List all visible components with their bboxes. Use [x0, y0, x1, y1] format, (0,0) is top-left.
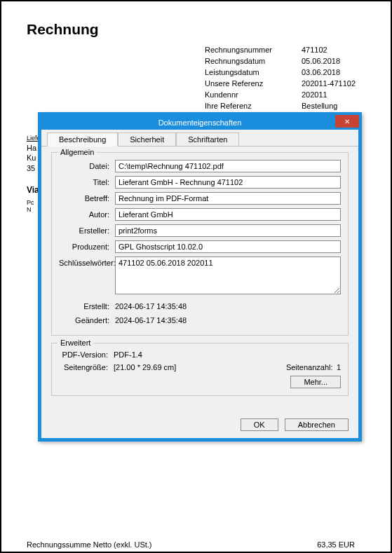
sum-value: 63,35 EUR [299, 540, 355, 551]
tab-description[interactable]: Beschreibung [47, 132, 118, 146]
field-label: Erstellt: [59, 300, 115, 310]
field-label: Betreff: [59, 192, 115, 203]
created-value: 2024-06-17 14:35:48 [115, 300, 341, 310]
field-label: Seitenanzahl: [286, 363, 337, 371]
subject-field[interactable] [115, 192, 341, 205]
ok-button[interactable]: OK [241, 418, 278, 431]
tabs: Beschreibung Sicherheit Schriftarten [41, 130, 358, 146]
field-label: Titel: [59, 176, 115, 186]
page-count-value: 1 [337, 363, 341, 371]
dialog-content: Allgemein Datei: Titel: Betreff: Autor: … [41, 146, 358, 411]
field-label: PDF-Version: [59, 350, 114, 359]
cancel-button[interactable]: Abbrechen [285, 418, 349, 431]
info-value: 202011 [302, 90, 365, 101]
tab-fonts[interactable]: Schriftarten [176, 132, 239, 146]
field-label: Datei: [59, 160, 115, 170]
info-label: Rechnungsnummer [205, 45, 302, 56]
info-value: 202011-471102 [302, 78, 365, 90]
dialog-title: Dokumenteigenschaften [158, 118, 242, 127]
field-label: Schlüsselwörter: [59, 257, 115, 267]
fieldset-extended: Erweitert PDF-Version: PDF-1.4 Seitengrö… [51, 343, 349, 396]
info-value: 05.06.2018 [302, 56, 365, 67]
info-label: Unsere Referenz [205, 78, 302, 90]
modified-value: 2024-06-17 14:35:48 [115, 314, 341, 325]
field-label: Seitengröße: [59, 363, 114, 371]
info-label: Kundennr [205, 90, 302, 101]
author-field[interactable] [115, 208, 341, 221]
dialog-buttons: OK Abbrechen [41, 411, 358, 438]
producer-field[interactable] [115, 240, 341, 253]
page-size-value: [21.00 * 29.69 cm] [114, 363, 286, 371]
info-value: 471102 [302, 45, 365, 56]
close-button[interactable]: ✕ [335, 115, 359, 128]
title-field[interactable] [115, 176, 341, 189]
dialog-titlebar[interactable]: Dokumenteigenschaften ✕ [41, 116, 358, 130]
file-field[interactable] [115, 160, 341, 172]
info-label: Rechnungsdatum [205, 56, 302, 67]
field-label: Autor: [59, 208, 115, 219]
invoice-info-block: Rechnungsnummer471102 Rechnungsdatum05.0… [205, 45, 365, 123]
keywords-field[interactable] [115, 257, 341, 294]
field-label: Geändert: [59, 314, 115, 325]
info-value: 03.06.2018 [302, 67, 365, 78]
tab-security[interactable]: Sicherheit [118, 132, 176, 146]
field-label: Produzent: [59, 240, 115, 251]
close-icon: ✕ [344, 118, 350, 125]
creator-field[interactable] [115, 224, 341, 237]
sum-label: Rechnungssumme Netto (exkl. USt.) [27, 540, 299, 551]
legend-general: Allgemein [58, 148, 97, 156]
more-button[interactable]: Mehr... [290, 376, 341, 388]
info-label: Leistungsdatum [205, 67, 302, 78]
page-title: Rechnung [27, 21, 365, 38]
document-properties-dialog: Dokumenteigenschaften ✕ Beschreibung Sic… [38, 112, 362, 442]
field-label: Ersteller: [59, 224, 115, 235]
summary-block: Rechnungssumme Netto (exkl. USt.)63,35 E… [27, 540, 365, 553]
pdf-version-value: PDF-1.4 [114, 350, 341, 359]
fieldset-general: Allgemein Datei: Titel: Betreff: Autor: … [51, 152, 349, 336]
legend-extended: Erweitert [58, 339, 93, 347]
